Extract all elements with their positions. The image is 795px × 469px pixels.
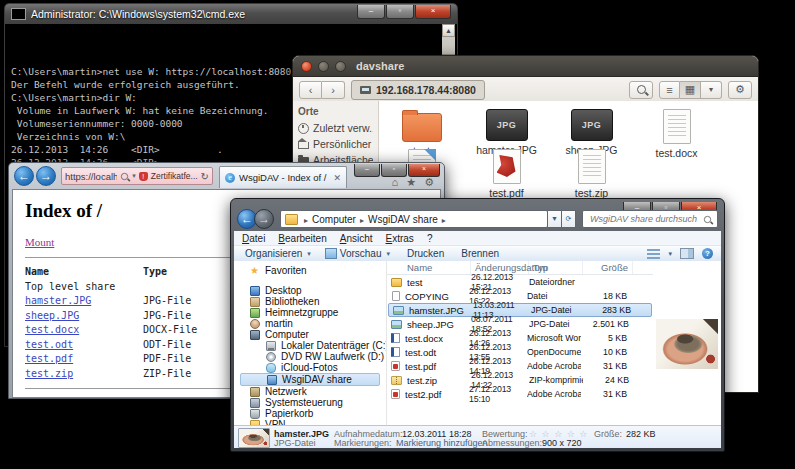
- address-dropdown-button[interactable]: ▼: [548, 210, 562, 228]
- files-minimize-button[interactable]: [318, 61, 329, 72]
- certificate-error-text[interactable]: Zertifikatfe...: [151, 171, 198, 181]
- address-bar[interactable]: https://localhost:8080/ ▾ ! Zertifikatfe…: [61, 167, 213, 185]
- address-search-icon[interactable]: [121, 172, 128, 179]
- sidebar-tree-item[interactable]: Favoriten: [240, 265, 386, 276]
- toolbar-button[interactable]: Drucken: [404, 248, 444, 259]
- sidebar-tree-item[interactable]: Heimnetzgruppe: [240, 307, 386, 318]
- file-link[interactable]: hamster.JPG: [25, 295, 91, 306]
- settings-gear-icon[interactable]: ⚙: [424, 176, 434, 189]
- breadcrumb-item[interactable]: Computer: [300, 214, 356, 225]
- sidebar-tree-item[interactable]: iCloud-Fotos: [240, 362, 386, 373]
- cmd-minimize-button[interactable]: –: [357, 5, 385, 19]
- sidebar-place-item[interactable]: Persönlicher ...: [298, 138, 373, 150]
- scroll-up-icon[interactable]: ▲: [442, 24, 455, 37]
- cmd-close-button[interactable]: ×: [415, 5, 451, 19]
- back-button[interactable]: ‹: [299, 81, 322, 99]
- file-row-type: Dateiordner: [529, 277, 583, 287]
- browser-back-button[interactable]: ←: [14, 166, 34, 186]
- refresh-icon[interactable]: ↻: [201, 171, 209, 182]
- browser-minimize-button[interactable]: –: [354, 164, 380, 177]
- search-magnifier-icon: [704, 215, 711, 222]
- file-row-icon: [391, 320, 402, 329]
- file-link[interactable]: test.odt: [25, 339, 73, 350]
- sidebar-tree-item[interactable]: DVD RW Laufwerk (D:): [240, 351, 386, 362]
- cmd-maximize-button[interactable]: ▫: [386, 5, 414, 19]
- search-input[interactable]: [588, 213, 699, 225]
- tab-close-icon[interactable]: ✕: [333, 173, 341, 183]
- sidebar-tree-item[interactable]: Computer: [240, 329, 386, 340]
- url-text[interactable]: https://localhost:8080/: [65, 171, 117, 182]
- column-type[interactable]: Typ: [529, 261, 583, 274]
- preview-pane-toggle-icon[interactable]: [680, 248, 694, 259]
- file-link[interactable]: test.zip: [25, 368, 73, 379]
- menu-item[interactable]: Extras: [386, 233, 414, 244]
- toolbar-button-label: Brennen: [461, 248, 499, 259]
- breadcrumb[interactable]: ComputerWsgiDAV share: [280, 210, 548, 228]
- list-view-button[interactable]: ≡: [659, 81, 680, 99]
- files-close-button[interactable]: [301, 61, 312, 72]
- menu-item[interactable]: Datei: [242, 233, 265, 244]
- sidebar-tree-item[interactable]: WsgiDAV share: [240, 373, 380, 386]
- file-type: JPG-File: [143, 294, 235, 309]
- breadcrumb-item[interactable]: WsgiDAV share: [356, 214, 438, 225]
- gear-menu-button[interactable]: ⚙: [728, 81, 752, 99]
- file-link[interactable]: test.docx: [25, 324, 79, 335]
- favorites-star-icon[interactable]: ★: [406, 176, 416, 189]
- forward-button[interactable]: ›: [322, 81, 345, 99]
- search-button[interactable]: [629, 81, 653, 99]
- menu-item[interactable]: Ansicht: [340, 233, 373, 244]
- explorer-forward-button[interactable]: →: [254, 209, 274, 229]
- file-row[interactable]: test2.pdf 27.12.2013 15:10 Adobe Acrobat…: [387, 387, 653, 401]
- file-link[interactable]: test.pdf: [25, 353, 73, 364]
- sidebar-tree-item[interactable]: Systemsteuerung: [240, 397, 386, 408]
- address-dropdown-icon[interactable]: ▾: [132, 172, 136, 180]
- browser-titlebar[interactable]: ← → https://localhost:8080/ ▾ ! Zertifik…: [9, 163, 444, 188]
- grid-view-button[interactable]: ▦: [680, 81, 701, 99]
- browser-tab[interactable]: e WsgiDAV - Index of / ✕: [219, 166, 347, 188]
- file-row-name: test.pdf: [405, 361, 469, 372]
- column-name[interactable]: Name: [387, 261, 471, 274]
- sidebar-tree-item[interactable]: Lokaler Datenträger (C:): [240, 340, 386, 351]
- column-size[interactable]: Größe: [583, 261, 633, 274]
- breadcrumb-end-chevron[interactable]: [438, 214, 450, 225]
- tree-item-label: Computer: [265, 329, 309, 340]
- file-icon-item[interactable]: test.docx: [634, 109, 719, 159]
- cmd-titlebar[interactable]: Administrator: C:\Windows\system32\cmd.e…: [5, 4, 457, 24]
- menu-item[interactable]: ?: [427, 233, 433, 244]
- file-row-name: test.zip: [407, 375, 471, 386]
- sidebar-tree-item[interactable]: Papierkorb: [240, 408, 386, 419]
- toolbar-button[interactable]: Organisieren: [242, 248, 311, 259]
- refresh-button[interactable]: ⟳: [562, 210, 576, 228]
- file-row-icon: [391, 333, 400, 343]
- files-titlebar[interactable]: davshare: [293, 56, 758, 77]
- toolbar-button[interactable]: Brennen: [458, 248, 499, 259]
- search-box[interactable]: [582, 210, 718, 228]
- files-maximize-button[interactable]: [335, 61, 346, 72]
- file-icon-item[interactable]: test.zip: [549, 149, 634, 199]
- toolbar-button[interactable]: Vorschau: [325, 248, 390, 259]
- sidebar-tree-item[interactable]: Netzwerk: [240, 386, 386, 397]
- sidebar-place-item[interactable]: Zuletzt verw...: [298, 122, 373, 134]
- file-row-size: 10 KB: [581, 347, 631, 357]
- file-link[interactable]: sheep.JPG: [25, 310, 79, 321]
- place-icon: [298, 123, 309, 134]
- dimensions-value: 900 x 720: [542, 438, 582, 448]
- change-view-icon[interactable]: [647, 249, 660, 259]
- mount-link[interactable]: Mount: [25, 236, 54, 248]
- help-icon[interactable]: ?: [702, 248, 713, 259]
- file-icon-item[interactable]: test.pdf: [464, 149, 549, 199]
- file-row-size: 31 KB: [581, 389, 631, 399]
- browser-forward-button[interactable]: →: [36, 166, 56, 186]
- menu-item[interactable]: Bearbeiten: [278, 233, 326, 244]
- tree-item-icon: [250, 387, 260, 397]
- location-button[interactable]: 192.168.178.44:8080: [351, 80, 485, 100]
- sidebar-tree-item[interactable]: Desktop: [240, 285, 386, 296]
- view-options-chevron[interactable]: ▾: [701, 81, 722, 99]
- sidebar-tree-item[interactable]: martin: [240, 318, 386, 329]
- tags-value[interactable]: Markierung hinzufügen: [396, 438, 488, 448]
- file-type-icon: [663, 109, 691, 144]
- home-icon[interactable]: ⌂: [392, 176, 399, 189]
- view-dropdown-chevron[interactable]: ▾: [668, 250, 672, 258]
- file-row-name: test.docx: [405, 333, 469, 344]
- sidebar-tree-item[interactable]: Bibliotheken: [240, 296, 386, 307]
